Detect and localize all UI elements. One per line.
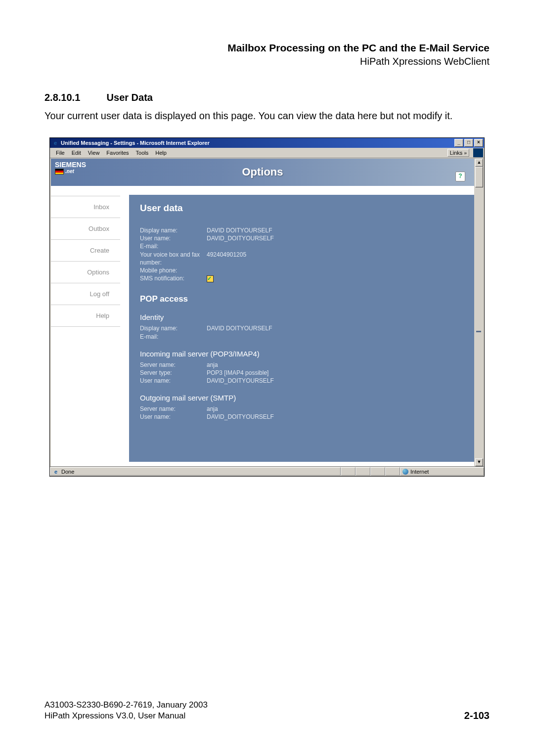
window-maximize-button[interactable]: □ xyxy=(464,139,473,147)
menubar: File Edit View Favorites Tools Help Link… xyxy=(50,148,484,158)
id-displayname-label: Display name: xyxy=(140,324,207,332)
sidebar-item-inbox[interactable]: Inbox xyxy=(51,196,120,218)
section-name: User Data xyxy=(107,92,153,103)
status-done: Done xyxy=(61,469,74,475)
scroll-thumb[interactable] xyxy=(475,167,483,187)
ie-status-icon: e xyxy=(52,468,59,475)
in-servertype-value: POP3 [IMAP4 possible] xyxy=(207,369,463,377)
page-footer: A31003-S2330-B690-2-7619, January 2003 H… xyxy=(44,700,490,721)
section-body: Your current user data is displayed on t… xyxy=(44,109,490,123)
id-email-value xyxy=(207,333,463,341)
in-servername-value: anja xyxy=(207,361,463,369)
scroll-mark-icon xyxy=(476,331,481,332)
incoming-heading: Incoming mail server (POP3/IMAP4) xyxy=(140,350,463,358)
doc-title: Mailbox Processing on the PC and the E-M… xyxy=(44,42,490,54)
scroll-up-button[interactable]: ▲ xyxy=(475,159,483,167)
ud-sms-label: SMS notification: xyxy=(140,274,207,282)
ud-mobile-label: Mobile phone: xyxy=(140,267,207,274)
out-username-value: DAVID_DOITYOURSELF xyxy=(207,413,463,421)
in-username-label: User name: xyxy=(140,377,207,385)
screenshot-window: e Unified Messaging - Settings - Microso… xyxy=(49,137,485,477)
page-banner: SIEMENS .net Options xyxy=(51,159,474,186)
menu-file[interactable]: File xyxy=(53,149,68,157)
out-servername-value: anja xyxy=(207,405,463,413)
sidebar-item-options[interactable]: Options xyxy=(51,262,120,283)
scroll-down-button[interactable]: ▼ xyxy=(475,458,483,466)
window-close-button[interactable]: × xyxy=(474,139,483,147)
window-titlebar: e Unified Messaging - Settings - Microso… xyxy=(50,138,484,148)
menu-favorites[interactable]: Favorites xyxy=(103,149,132,157)
links-toolbar[interactable]: Links » xyxy=(447,149,469,157)
vertical-scrollbar[interactable]: ▲ ▼ xyxy=(475,159,483,466)
menu-view[interactable]: View xyxy=(85,149,103,157)
section-number: 2.8.10.1 xyxy=(44,92,104,103)
out-servername-label: Server name: xyxy=(140,405,207,413)
menu-edit[interactable]: Edit xyxy=(69,149,84,157)
sidebar-item-create[interactable]: Create xyxy=(51,240,120,262)
in-servername-label: Server name: xyxy=(140,361,207,369)
window-minimize-button[interactable]: _ xyxy=(454,139,463,147)
ud-displayname-label: Display name: xyxy=(140,226,207,234)
identity-heading: Identity xyxy=(140,313,463,321)
sms-checkbox-checked-icon xyxy=(207,275,214,282)
ie-throbber-icon xyxy=(473,148,483,157)
ud-voicefax-value: 492404901205 xyxy=(207,251,463,267)
internet-zone-icon xyxy=(402,469,408,475)
links-label: Links xyxy=(450,150,463,156)
id-email-label: E-mail: xyxy=(140,333,207,341)
options-panel: User data Display name:DAVID DOITYOURSEL… xyxy=(129,195,474,462)
sidebar-nav: Inbox Outbox Create Options Log off Help xyxy=(51,186,120,466)
page-number: 2-103 xyxy=(464,710,490,721)
page-viewport: SIEMENS .net Options ? Inbox Outbox Crea… xyxy=(51,159,474,466)
banner-title: Options xyxy=(51,166,474,178)
menu-help[interactable]: Help xyxy=(152,149,170,157)
menu-tools[interactable]: Tools xyxy=(133,149,152,157)
ud-username-value: DAVID_DOITYOURSELF xyxy=(207,234,463,242)
doc-subtitle: HiPath Xpressions WebClient xyxy=(44,56,490,67)
ud-email-label: E-mail: xyxy=(140,242,207,250)
in-servertype-label: Server type: xyxy=(140,369,207,377)
ud-email-value xyxy=(207,242,463,250)
userdata-heading: User data xyxy=(140,203,463,214)
pop-heading: POP access xyxy=(140,294,463,304)
ud-username-label: User name: xyxy=(140,234,207,242)
ud-mobile-value xyxy=(207,267,463,274)
ud-voicefax-label: Your voice box and fax number: xyxy=(140,251,207,267)
footer-manual: HiPath Xpressions V3.0, User Manual xyxy=(44,711,208,721)
chevron-right-icon: » xyxy=(464,150,467,156)
content-area: User data Display name:DAVID DOITYOURSEL… xyxy=(120,186,474,466)
window-title: Unified Messaging - Settings - Microsoft… xyxy=(61,140,210,146)
out-username-label: User name: xyxy=(140,413,207,421)
sidebar-item-outbox[interactable]: Outbox xyxy=(51,218,120,240)
status-zone: Internet xyxy=(410,469,429,475)
ud-displayname-value: DAVID DOITYOURSELF xyxy=(207,226,463,234)
ie-icon: e xyxy=(52,139,59,146)
sidebar-item-help[interactable]: Help xyxy=(51,305,120,327)
in-username-value: DAVID_DOITYOURSELF xyxy=(207,377,463,385)
help-icon[interactable]: ? xyxy=(455,172,465,181)
statusbar: e Done Internet xyxy=(50,466,484,476)
id-displayname-value: DAVID DOITYOURSELF xyxy=(207,324,463,332)
sidebar-item-logoff[interactable]: Log off xyxy=(51,283,120,305)
footer-docid: A31003-S2330-B690-2-7619, January 2003 xyxy=(44,700,208,711)
outgoing-heading: Outgoing mail server (SMTP) xyxy=(140,394,463,402)
section-heading: 2.8.10.1 User Data xyxy=(44,92,490,103)
